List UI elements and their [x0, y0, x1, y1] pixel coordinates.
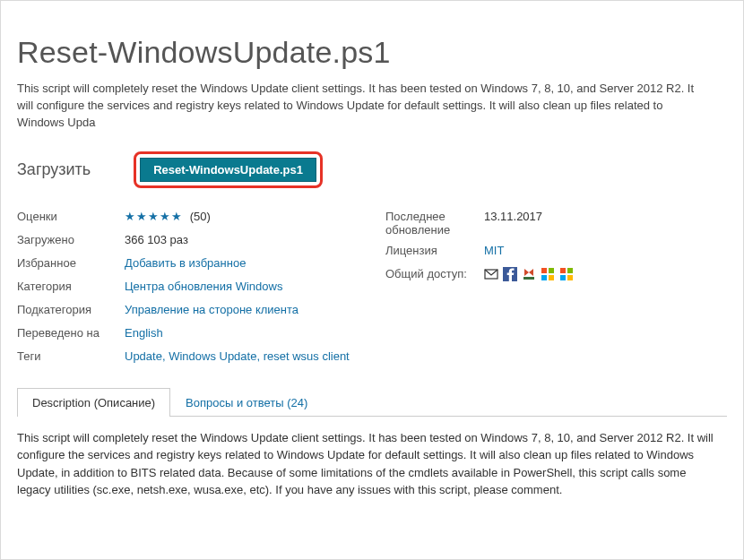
download-section: Загрузить Reset-WindowsUpdate.ps1: [17, 151, 727, 188]
translated-row: Переведено на English: [17, 323, 359, 346]
facebook-icon[interactable]: [503, 267, 517, 284]
svg-rect-6: [549, 275, 554, 280]
svg-rect-3: [541, 268, 547, 273]
translated-link[interactable]: English: [125, 326, 163, 340]
downloaded-label: Загружено: [17, 233, 125, 246]
category-row: Категория Центра обновления Windows: [17, 276, 359, 299]
metadata-left-column: Оценки ★★★★★ (50) Загружено 366 103 раз …: [17, 206, 359, 369]
download-label: Загрузить: [17, 160, 91, 179]
favorites-label: Избранное: [17, 256, 125, 270]
favorites-row: Избранное Добавить в избранное: [17, 253, 359, 276]
subcategory-label: Подкатегория: [17, 303, 125, 316]
metadata-right-column: Последнее обновление 13.11.2017 Лицензия…: [385, 206, 727, 369]
tab-description[interactable]: Description (Описание): [17, 388, 170, 417]
svg-rect-10: [567, 275, 573, 280]
description-body: This script will completely reset the Wi…: [17, 429, 716, 499]
annotation-highlight: Reset-WindowsUpdate.ps1: [134, 151, 323, 188]
share-label: Общий доступ:: [385, 267, 484, 280]
svg-rect-5: [541, 275, 547, 280]
page-title: Reset-WindowsUpdate.ps1: [17, 35, 727, 70]
tab-qa[interactable]: Вопросы и ответы (24): [170, 388, 323, 417]
license-link[interactable]: MIT: [484, 244, 504, 257]
windows-icon-2[interactable]: [559, 267, 574, 284]
ratings-label: Оценки: [17, 210, 125, 223]
share-row: Общий доступ:: [385, 263, 727, 288]
svg-rect-8: [567, 268, 573, 273]
ratings-row: Оценки ★★★★★ (50): [17, 206, 359, 229]
page-summary: This script will completely reset the Wi…: [17, 81, 698, 132]
license-label: Лицензия: [385, 244, 484, 257]
windows-icon-1[interactable]: [541, 267, 555, 284]
downloaded-row: Загружено 366 103 раз: [17, 229, 359, 253]
svg-rect-7: [560, 268, 566, 273]
email-icon[interactable]: [484, 267, 498, 284]
metadata-section: Оценки ★★★★★ (50) Загружено 366 103 раз …: [17, 206, 727, 369]
ratings-stars[interactable]: ★★★★★: [125, 210, 183, 223]
tags-label: Теги: [17, 349, 125, 363]
tags-links[interactable]: Update, Windows Update, reset wsus clien…: [125, 349, 350, 363]
category-link[interactable]: Центра обновления Windows: [125, 280, 282, 293]
svg-rect-4: [549, 268, 554, 273]
downloaded-value: 366 103 раз: [125, 233, 188, 246]
tags-row: Теги Update, Windows Update, reset wsus …: [17, 346, 359, 369]
updated-label: Последнее обновление: [385, 210, 484, 237]
subcategory-link[interactable]: Управление на стороне клиента: [125, 303, 298, 316]
add-favorite-link[interactable]: Добавить в избранное: [125, 256, 246, 270]
tab-bar: Description (Описание) Вопросы и ответы …: [17, 387, 727, 417]
ratings-count: (50): [190, 210, 211, 223]
updated-row: Последнее обновление 13.11.2017: [385, 206, 727, 240]
translated-label: Переведено на: [17, 326, 125, 340]
technet-icon[interactable]: [522, 267, 536, 284]
category-label: Категория: [17, 280, 125, 293]
download-button[interactable]: Reset-WindowsUpdate.ps1: [140, 158, 316, 182]
svg-rect-9: [560, 275, 566, 280]
license-row: Лицензия MIT: [385, 240, 727, 263]
page-body: Reset-WindowsUpdate.ps1 This script will…: [0, 0, 744, 560]
subcategory-row: Подкатегория Управление на стороне клиен…: [17, 299, 359, 323]
updated-value: 13.11.2017: [484, 210, 542, 223]
svg-rect-2: [523, 277, 534, 280]
